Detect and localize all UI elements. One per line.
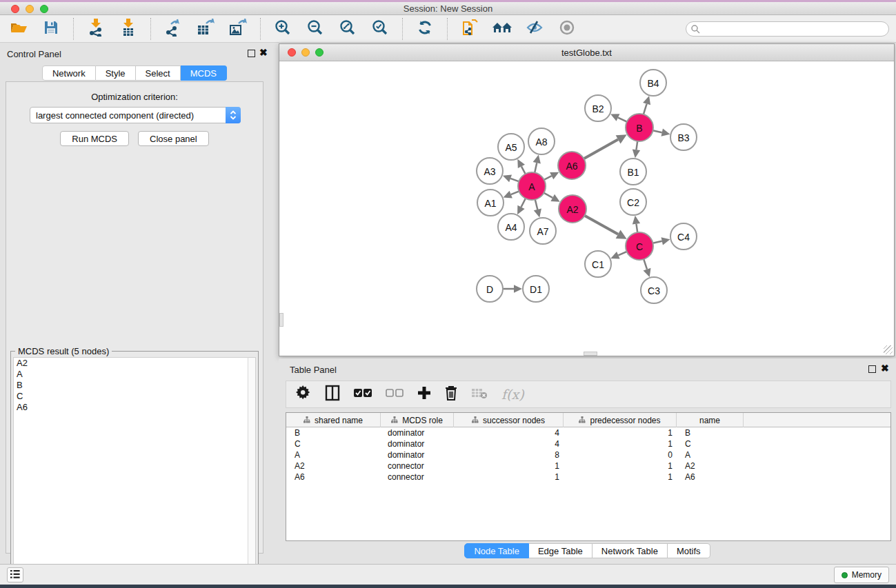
cell-shared_name[interactable]: C (286, 438, 381, 449)
tab-edge-table[interactable]: Edge Table (529, 543, 593, 558)
export-network-button[interactable] (163, 19, 183, 39)
network-minimize-button[interactable] (301, 48, 310, 57)
column-header-name[interactable]: name (677, 413, 744, 427)
cell-successor_nodes[interactable]: 1 (454, 472, 564, 483)
mcds-result-item[interactable]: A (14, 369, 248, 380)
mcds-result-item[interactable]: C (14, 391, 248, 402)
close-window-button[interactable] (11, 5, 19, 13)
cell-mcds_role[interactable]: connector (381, 472, 454, 483)
table-row[interactable]: Bdominator41B (286, 427, 890, 438)
export-table-button[interactable] (195, 19, 216, 39)
save-session-button[interactable] (41, 19, 61, 39)
show-columns-button[interactable] (325, 385, 340, 404)
cell-shared_name[interactable]: A6 (286, 472, 381, 483)
cell-predecessor_nodes[interactable]: 1 (564, 472, 677, 483)
cell-mcds_role[interactable]: dominator (381, 427, 454, 438)
graph-node-label-B1: B1 (627, 167, 639, 178)
cell-successor_nodes[interactable]: 8 (454, 449, 564, 460)
tab-network-table[interactable]: Network Table (593, 543, 668, 558)
function-builder-button[interactable]: f(x) (501, 387, 524, 402)
cell-name[interactable]: A2 (677, 460, 744, 472)
cell-shared_name[interactable]: A2 (286, 460, 381, 472)
cell-shared_name[interactable]: A (286, 449, 381, 460)
task-history-button[interactable] (7, 567, 23, 582)
mcds-list-scrollbar[interactable] (248, 357, 256, 586)
bottom-split-handle[interactable] (584, 352, 597, 356)
close-panel-button[interactable]: Close panel (138, 131, 209, 146)
show-hide-button[interactable] (557, 19, 577, 39)
cell-predecessor_nodes[interactable]: 1 (564, 460, 677, 472)
cell-mcds_role[interactable]: dominator (381, 438, 454, 449)
cell-mcds_role[interactable]: connector (381, 460, 454, 472)
graph-arrowhead (633, 216, 640, 225)
zoom-window-button[interactable] (40, 5, 48, 13)
network-canvas[interactable]: B4B2BB3A5A8A6A3B1AC2A1A2A4A7C4CC1C3DD1 (279, 61, 894, 356)
tab-network[interactable]: Network (42, 65, 96, 81)
mcds-result-item[interactable]: A6 (14, 402, 248, 413)
window-resize-grip[interactable] (884, 345, 893, 354)
cell-name[interactable]: B (677, 427, 744, 438)
table-row[interactable]: A6connector11A6 (286, 472, 890, 483)
network-graph[interactable]: B4B2BB3A5A8A6A3B1AC2A1A2A4A7C4CC1C3DD1 (279, 61, 894, 356)
cell-successor_nodes[interactable]: 4 (454, 438, 564, 449)
table-row[interactable]: Adominator80A (286, 449, 890, 460)
tab-node-table[interactable]: Node Table (464, 543, 529, 558)
column-header-successor-nodes[interactable]: successor nodes (454, 413, 564, 427)
cell-name[interactable]: C (677, 438, 744, 449)
close-panel-icon[interactable]: ✖ (259, 48, 268, 57)
add-column-button[interactable] (417, 386, 431, 403)
cell-successor_nodes[interactable]: 4 (454, 427, 564, 438)
cell-successor_nodes[interactable]: 1 (454, 460, 564, 472)
toggle-graphics-button[interactable] (524, 19, 545, 39)
zoom-fit-button[interactable] (337, 19, 358, 39)
export-image-button[interactable] (228, 19, 248, 39)
main-toolbar (0, 15, 896, 43)
column-header-predecessor-nodes[interactable]: predecessor nodes (564, 413, 677, 427)
import-network-button[interactable] (86, 19, 106, 39)
table-float-icon[interactable] (868, 365, 876, 373)
cell-predecessor_nodes[interactable]: 0 (564, 449, 677, 460)
column-header-MCDS-role[interactable]: MCDS role (381, 413, 454, 427)
tab-select[interactable]: Select (136, 65, 181, 81)
tab-style[interactable]: Style (96, 65, 136, 81)
minimize-window-button[interactable] (26, 5, 34, 13)
zoom-out-button[interactable] (305, 19, 326, 39)
network-from-file-button[interactable] (459, 19, 480, 39)
left-split-handle[interactable] (279, 313, 283, 327)
panel-splitter[interactable] (269, 43, 279, 564)
tab-motifs[interactable]: Motifs (668, 543, 710, 558)
cell-predecessor_nodes[interactable]: 1 (564, 438, 677, 449)
table-close-icon[interactable]: ✖ (881, 363, 889, 373)
table-row[interactable]: Cdominator41C (286, 438, 890, 449)
cell-predecessor_nodes[interactable]: 1 (564, 427, 677, 438)
deselect-all-button[interactable] (386, 388, 404, 401)
import-table-button[interactable] (118, 19, 139, 39)
home-views-button[interactable] (492, 19, 512, 39)
mcds-result-item[interactable]: B (14, 380, 248, 391)
float-panel-icon[interactable] (248, 50, 255, 57)
criterion-select[interactable]: largest connected component (directed) (30, 107, 241, 123)
delete-column-button[interactable] (445, 385, 457, 403)
open-session-button[interactable] (8, 19, 29, 39)
zoom-in-button[interactable] (272, 19, 293, 39)
mcds-result-item[interactable]: A2 (14, 358, 248, 369)
graph-node-label-B4: B4 (647, 78, 659, 89)
column-header-shared-name[interactable]: shared name (286, 413, 381, 427)
search-input[interactable] (686, 21, 889, 37)
table-row[interactable]: A2connector11A2 (286, 460, 890, 472)
select-all-button[interactable] (354, 388, 372, 401)
zoom-selected-button[interactable] (370, 19, 390, 39)
cell-name[interactable]: A (677, 449, 744, 460)
table-body: Bdominator41BCdominator41CAdominator80AA… (286, 427, 890, 483)
network-close-button[interactable] (288, 48, 296, 57)
cell-name[interactable]: A6 (677, 472, 744, 483)
cell-mcds_role[interactable]: dominator (381, 449, 454, 460)
table-settings-button[interactable] (296, 385, 311, 403)
run-mcds-button[interactable]: Run MCDS (60, 131, 129, 146)
network-zoom-button[interactable] (315, 48, 323, 57)
refresh-button[interactable] (415, 19, 435, 39)
cell-shared_name[interactable]: B (286, 427, 381, 438)
tab-mcds[interactable]: MCDS (181, 65, 227, 81)
delete-table-button[interactable] (471, 387, 488, 402)
memory-button[interactable]: Memory (834, 567, 889, 583)
